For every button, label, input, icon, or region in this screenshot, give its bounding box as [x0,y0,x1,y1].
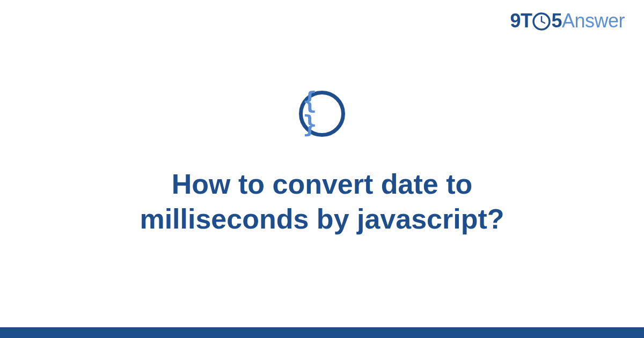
code-braces-icon: { } [303,89,341,136]
main-content: { } How to convert date to milliseconds … [0,0,644,327]
footer-bar [0,327,644,338]
topic-badge: { } [299,91,345,137]
question-title: How to convert date to milliseconds by j… [86,167,558,237]
